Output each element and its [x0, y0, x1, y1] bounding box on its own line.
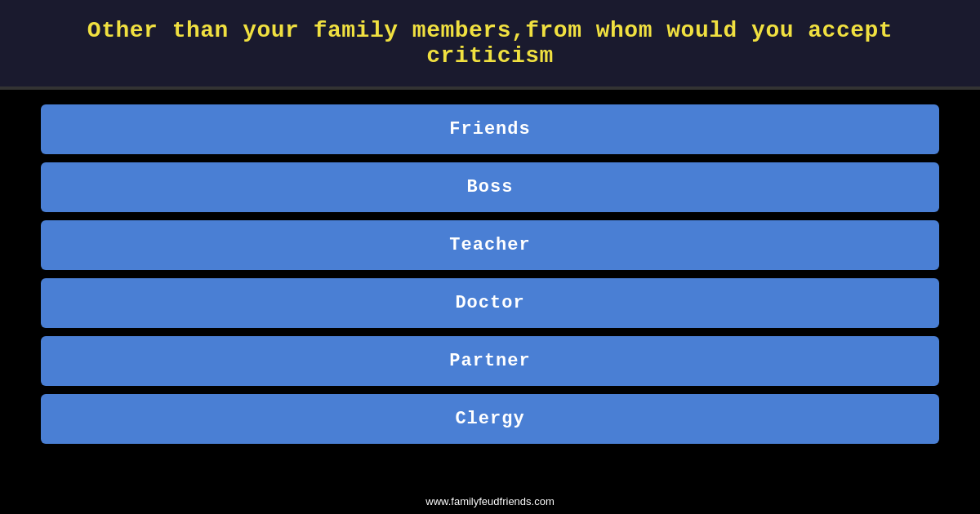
answer-button-6[interactable]: Clergy [41, 394, 939, 444]
question-text: Other than your family members,from whom… [33, 18, 947, 69]
answer-button-5[interactable]: Partner [41, 336, 939, 386]
answers-container: FriendsBossTeacherDoctorPartnerClergy [0, 90, 980, 489]
answer-button-4[interactable]: Doctor [41, 278, 939, 328]
answer-button-1[interactable]: Friends [41, 104, 939, 154]
footer-url: www.familyfeudfriends.com [425, 495, 555, 507]
question-header: Other than your family members,from whom… [0, 0, 980, 90]
footer: www.familyfeudfriends.com [0, 489, 980, 514]
answer-button-3[interactable]: Teacher [41, 220, 939, 270]
answer-button-2[interactable]: Boss [41, 162, 939, 212]
